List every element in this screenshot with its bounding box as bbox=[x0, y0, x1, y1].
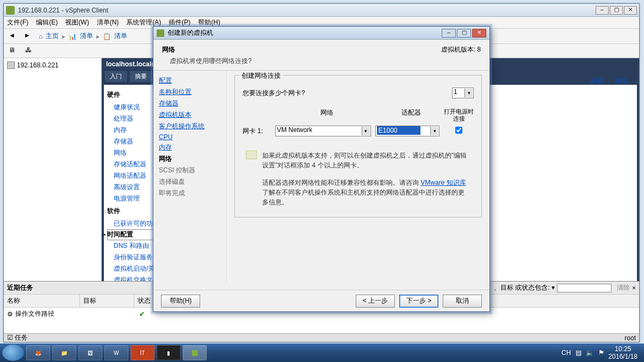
next-button[interactable]: 下一步 > bbox=[399, 295, 438, 308]
nav-network[interactable]: 网络 bbox=[159, 153, 221, 165]
dialog-header: 网络 虚拟机将使用哪些网络连接? 虚拟机版本: 8 bbox=[153, 40, 490, 71]
vsphere-icon bbox=[157, 29, 164, 37]
taskbar-item[interactable]: IT bbox=[131, 345, 154, 360]
status-bar: ☑ 任务 root bbox=[4, 333, 639, 342]
col-name[interactable]: 名称 bbox=[4, 295, 80, 307]
dialog-maximize-button[interactable]: ▢ bbox=[457, 29, 471, 38]
tool-icon-1[interactable]: 🖥 bbox=[8, 46, 19, 57]
hdr-network: 网络 bbox=[275, 108, 379, 122]
minimize-button[interactable]: – bbox=[596, 6, 609, 15]
sidebar-group-software: 软件 bbox=[107, 207, 154, 216]
menu-file[interactable]: 文件(F) bbox=[7, 18, 28, 27]
back-button[interactable]: < 上一步 bbox=[356, 295, 395, 308]
taskbar-item-vsphere[interactable]: 🟩 bbox=[183, 345, 207, 360]
start-button[interactable] bbox=[2, 345, 24, 361]
server-icon bbox=[7, 61, 15, 69]
tray-icon[interactable]: 🔈 bbox=[586, 349, 594, 357]
filter-close-icon[interactable]: × bbox=[632, 284, 636, 292]
sidebar-item-auth[interactable]: 身份验证服务 bbox=[107, 252, 154, 263]
nav-ready: 即将完成 bbox=[159, 188, 221, 199]
nav-config[interactable]: 配置 bbox=[159, 75, 221, 86]
tab-summary[interactable]: 摘要 bbox=[129, 70, 153, 83]
filter-input[interactable] bbox=[557, 284, 611, 292]
nav-name[interactable]: 名称和位置 bbox=[159, 86, 221, 98]
sidebar-item-license[interactable]: 已获许可的功能 bbox=[107, 218, 154, 229]
vm-version-label: 虚拟机版本: 8 bbox=[441, 45, 481, 66]
menu-inventory[interactable]: 清单(N) bbox=[97, 18, 119, 27]
tab-getting-started[interactable]: 入门 bbox=[104, 70, 128, 83]
back-button[interactable]: ◄ bbox=[8, 31, 19, 42]
breadcrumb-inventory[interactable]: 清单 bbox=[80, 32, 93, 41]
sidebar-item-health[interactable]: 健康状况 bbox=[107, 102, 154, 113]
chevron-right-icon: ▸ bbox=[62, 33, 65, 40]
menu-edit[interactable]: 编辑(E) bbox=[36, 18, 58, 27]
nic-network-select[interactable]: VM Network▾ bbox=[275, 126, 371, 136]
step-subtitle: 虚拟机将使用哪些网络连接? bbox=[162, 57, 252, 66]
cancel-button[interactable]: 取消 bbox=[443, 295, 482, 308]
nic-row-1: 网卡 1: VM Network▾ E1000▾ bbox=[243, 126, 474, 136]
nav-guestos[interactable]: 客户机操作系统 bbox=[159, 121, 221, 132]
maximize-button[interactable]: ▢ bbox=[610, 6, 623, 15]
taskbar-item[interactable]: 🦊 bbox=[26, 345, 50, 360]
sidebar-item-storage-adapter[interactable]: 存储适配器 bbox=[107, 159, 154, 170]
help-button[interactable]: 帮助(H) bbox=[161, 295, 200, 308]
nav-cpu[interactable]: CPU bbox=[159, 132, 221, 142]
tree-node-host[interactable]: 192.168.0.221 bbox=[7, 61, 98, 69]
tool-icon-2[interactable]: 🖧 bbox=[24, 46, 35, 57]
hdr-power: 打开电源时连接 bbox=[444, 108, 474, 122]
sidebar-item-advanced[interactable]: 高级设置 bbox=[107, 182, 154, 193]
connect-on-power-checkbox[interactable] bbox=[455, 127, 462, 134]
sidebar-item-network[interactable]: 网络 bbox=[107, 147, 154, 159]
main-title-bar: 192.168.0.221 - vSphere Client – ▢ ✕ bbox=[4, 4, 639, 17]
filter-label: 、目标 或状态包含: ▾ bbox=[494, 283, 555, 292]
sidebar-group-hardware: 硬件 bbox=[107, 90, 154, 99]
filter-clear[interactable]: 清除 bbox=[617, 283, 630, 292]
status-right: root bbox=[624, 334, 636, 342]
dropdown-icon: ▾ bbox=[362, 127, 370, 135]
windows-taskbar: 🦊 📁 🖼 W IT ▮ 🟩 CH ▤ 🔈 ⚑ 10:25 2016/1/18 bbox=[0, 344, 644, 362]
tray-clock[interactable]: 10:25 2016/1/18 bbox=[609, 345, 637, 361]
chevron-right-icon: ▸ bbox=[96, 33, 100, 40]
nic-adapter-select[interactable]: E1000▾ bbox=[375, 126, 439, 136]
task-icon: ⚙ bbox=[7, 310, 13, 318]
taskbar-item[interactable]: ▮ bbox=[157, 345, 181, 360]
status-left[interactable]: ☑ 任务 bbox=[7, 333, 28, 342]
dialog-minimize-button[interactable]: – bbox=[442, 29, 456, 38]
home-icon[interactable]: ⌂ bbox=[39, 33, 42, 40]
info-text-1: 如果此虚拟机版本支持，则可以在创建虚拟机之后，通过虚拟机的"编辑设置"对话框添加… bbox=[262, 151, 470, 170]
dialog-close-button[interactable]: ✕ bbox=[472, 29, 486, 38]
breadcrumb-home[interactable]: 主页 bbox=[46, 32, 59, 41]
taskbar-item[interactable]: W bbox=[104, 345, 128, 360]
sidebar-item-power[interactable]: 电源管理 bbox=[107, 193, 154, 204]
menu-view[interactable]: 视图(W) bbox=[65, 18, 89, 27]
close-button[interactable]: ✕ bbox=[624, 6, 637, 15]
nav-memory[interactable]: 内存 bbox=[159, 142, 221, 153]
sidebar-item-time[interactable]: 时间配置 bbox=[107, 229, 154, 240]
forward-button[interactable]: ► bbox=[23, 31, 34, 42]
taskbar-item[interactable]: 📁 bbox=[52, 345, 76, 360]
tray-icon[interactable]: ▤ bbox=[575, 349, 581, 357]
breadcrumb: ⌂ 主页 ▸ 📊 清单 ▸ 📋 清单 bbox=[39, 32, 127, 41]
wizard-nav: 配置 名称和位置 存储器 虚拟机版本 客户机操作系统 CPU 内存 网络 SCS… bbox=[153, 71, 227, 283]
sidebar-item-network-adapter[interactable]: 网络适配器 bbox=[107, 170, 154, 182]
properties-link[interactable]: 属性... bbox=[614, 77, 633, 86]
tray-lang[interactable]: CH bbox=[561, 349, 571, 357]
dropdown-icon: ▾ bbox=[430, 127, 438, 135]
sidebar-item-cpu[interactable]: 处理器 bbox=[107, 113, 154, 124]
nav-storage[interactable]: 存储器 bbox=[159, 98, 221, 109]
info-box-1: 如果此虚拟机版本支持，则可以在创建虚拟机之后，通过虚拟机的"编辑设置"对话框添加… bbox=[243, 151, 474, 170]
breadcrumb-inventory2[interactable]: 清单 bbox=[114, 32, 127, 41]
inventory-tree: 192.168.0.221 bbox=[4, 58, 102, 282]
nic-count-select[interactable]: 1▾ bbox=[452, 88, 474, 98]
sidebar-item-vmstart[interactable]: 虚拟机启动/关 bbox=[107, 263, 154, 274]
sidebar-item-memory[interactable]: 内存 bbox=[107, 124, 154, 136]
vmware-kb-link[interactable]: VMware 知识库 bbox=[420, 179, 466, 186]
refresh-link[interactable]: 刷新 bbox=[590, 77, 603, 86]
col-target[interactable]: 目标 bbox=[80, 295, 134, 307]
sidebar-item-dns[interactable]: DNS 和路由 bbox=[107, 240, 154, 252]
tray-icon[interactable]: ⚑ bbox=[598, 349, 604, 357]
nav-version[interactable]: 虚拟机版本 bbox=[159, 109, 221, 121]
taskbar-item[interactable]: 🖼 bbox=[78, 345, 102, 360]
sidebar-item-storage[interactable]: 存储器 bbox=[107, 136, 154, 147]
info-box-2: 适配器选择对网络性能和迁移兼容性都有影响。请咨询 VMware 知识库 了解在不… bbox=[243, 178, 474, 207]
